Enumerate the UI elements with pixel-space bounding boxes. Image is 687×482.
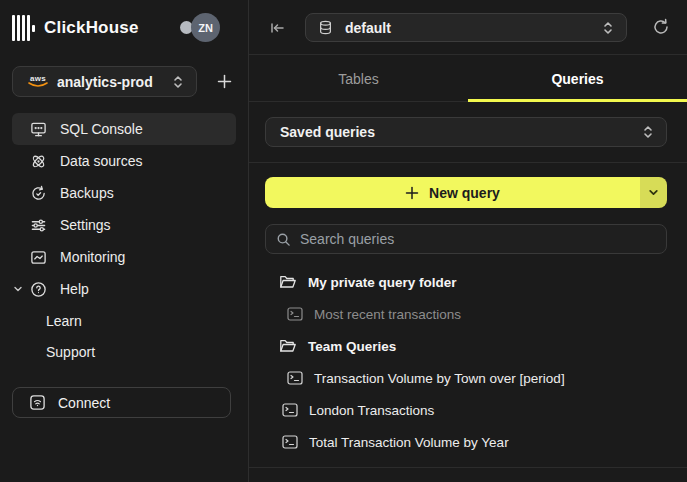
backups-icon [30,185,47,202]
tab-tables[interactable]: Tables [249,56,468,101]
query-terminal-icon [282,435,298,449]
query-row[interactable]: Transaction Volume by Town over [period] [249,362,687,394]
query-folder-row[interactable]: My private query folder [249,266,687,298]
query-label: Total Transaction Volume by Year [309,435,509,450]
query-label: Most recent transactions [314,307,461,322]
help-icon [30,281,47,298]
sidebar-item-monitoring[interactable]: Monitoring [12,241,236,273]
sidebar-nav: SQL Console Data sources Backups Setting… [12,113,236,367]
aws-icon: aws [27,75,49,88]
sidebar-item-help[interactable]: Help [12,273,236,305]
panel-tabs: Tables Queries [249,56,687,102]
clickhouse-logo-icon[interactable] [12,15,35,41]
refresh-icon[interactable] [651,17,671,37]
sidebar-item-learn[interactable]: Learn [12,305,236,336]
explorer-panel: default Tables Queries Saved queries New… [249,0,687,482]
chevron-down-icon [13,284,23,294]
sql-console-icon [30,121,47,138]
sidebar-item-sql-console[interactable]: SQL Console [12,113,236,145]
query-terminal-icon [282,403,298,417]
data-sources-icon [30,153,47,170]
query-label: London Transactions [309,403,434,418]
saved-queries-select[interactable]: Saved queries [265,117,667,147]
search-queries-box [265,224,667,254]
brand-header: ClickHouse ZN [12,12,236,44]
chevron-updown-icon [642,124,654,140]
sidebar-item-label: SQL Console [60,121,143,137]
plus-icon [405,186,419,200]
chevron-updown-icon [172,74,184,90]
new-query-button[interactable]: New query [265,177,640,208]
folder-open-icon [279,338,297,354]
folder-open-icon [279,274,297,290]
folder-label: My private query folder [308,275,457,290]
sidebar-item-label: Data sources [60,153,142,169]
sidebar-item-support[interactable]: Support [12,336,236,367]
sidebar: ClickHouse ZN aws analytics-prod SQL Con… [0,0,248,482]
collapse-panel-icon[interactable] [267,18,287,38]
settings-icon [30,217,47,234]
clickhouse-console-window: ClickHouse ZN aws analytics-prod SQL Con… [0,0,687,482]
new-query-label: New query [429,185,500,201]
organization-select[interactable]: aws analytics-prod [12,66,197,97]
tab-queries[interactable]: Queries [468,56,687,101]
avatar[interactable]: ZN [191,13,220,42]
saved-queries-label: Saved queries [280,124,642,140]
query-terminal-icon [287,371,303,385]
search-icon [276,232,291,247]
sidebar-item-label: Help [60,281,89,297]
query-terminal-icon [287,307,303,321]
sidebar-item-label: Monitoring [60,249,125,265]
monitoring-icon [30,249,47,266]
query-folder-row[interactable]: Team Queries [249,330,687,362]
query-row[interactable]: Most recent transactions [249,298,687,330]
connect-button[interactable]: Connect [12,387,231,418]
query-tree: My private query folder Most recent tran… [249,266,687,458]
new-query-button-group: New query [265,177,667,208]
chevron-updown-icon [602,20,614,36]
panel-topbar: default [249,0,687,55]
connect-label: Connect [58,395,110,411]
sidebar-item-data-sources[interactable]: Data sources [12,145,236,177]
section-divider [249,162,687,163]
connect-icon [29,394,46,411]
organization-name: analytics-prod [57,74,172,90]
sidebar-item-label: Backups [60,185,114,201]
query-row[interactable]: Total Transaction Volume by Year [249,426,687,458]
query-row[interactable]: London Transactions [249,394,687,426]
new-query-dropdown-button[interactable] [640,177,667,208]
database-select[interactable]: default [305,13,627,42]
sidebar-item-backups[interactable]: Backups [12,177,236,209]
database-icon [318,20,333,35]
bottom-divider [249,467,687,468]
query-label: Transaction Volume by Town over [period] [314,371,565,386]
brand-name: ClickHouse [44,18,139,38]
search-queries-input[interactable] [300,231,656,247]
sidebar-item-settings[interactable]: Settings [12,209,236,241]
database-name: default [345,20,602,36]
add-service-button[interactable] [212,70,236,94]
sidebar-item-label: Settings [60,217,111,233]
chevron-down-icon [648,187,659,198]
folder-label: Team Queries [308,339,396,354]
